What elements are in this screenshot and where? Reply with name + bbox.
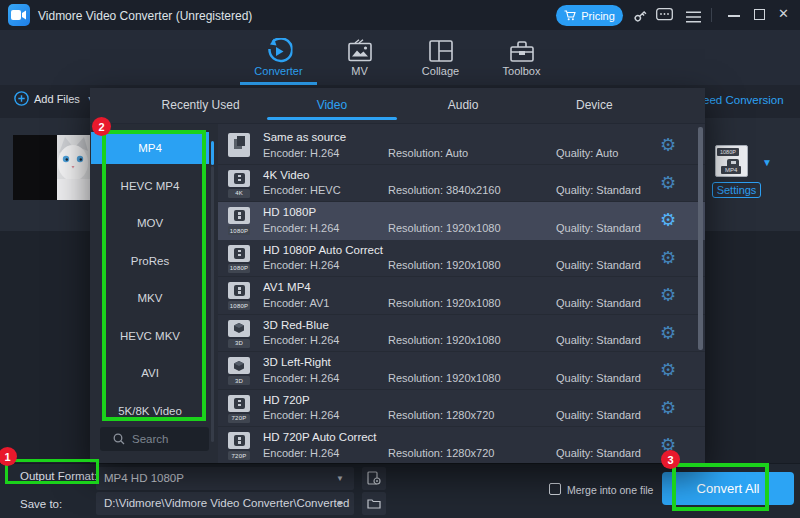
- gear-icon[interactable]: ⚙: [660, 134, 676, 156]
- format-type-icon: [228, 133, 250, 157]
- format-row-3d-left-right[interactable]: 3D3D Left-RightEncoder: H.264Resolution:…: [218, 352, 705, 390]
- pricing-button[interactable]: Pricing: [556, 5, 623, 26]
- titlebar-separator: [711, 8, 712, 22]
- format-resolution: Resolution: 1920x1080: [388, 334, 501, 346]
- popup-tab-device[interactable]: Device: [529, 88, 660, 123]
- menu-icon[interactable]: [686, 9, 701, 27]
- format-badge: 1080P: [228, 264, 250, 273]
- nav-tab-converter[interactable]: Converter: [238, 30, 319, 85]
- format-type-icon: [228, 207, 250, 224]
- format-quality: Quality: Standard: [556, 222, 641, 234]
- toolbox-icon: [509, 37, 534, 65]
- format-row-3d-red-blue[interactable]: 3D3D Red-BlueEncoder: H.264Resolution: 1…: [218, 315, 705, 353]
- annotation-step-3: 3: [661, 450, 680, 469]
- open-folder-button[interactable]: [362, 492, 386, 515]
- format-quality: Quality: Standard: [556, 372, 641, 384]
- format-row-same-as-source[interactable]: Same as sourceEncoder: H.264Resolution: …: [218, 127, 705, 165]
- gear-icon[interactable]: ⚙: [660, 322, 676, 344]
- gear-icon[interactable]: ⚙: [660, 284, 676, 306]
- format-encoder: Encoder: HEVC: [263, 184, 341, 196]
- profile-settings-button[interactable]: [362, 467, 386, 490]
- profile-dropdown-caret-icon[interactable]: ▼: [762, 157, 772, 168]
- popup-tab-audio[interactable]: Audio: [398, 88, 529, 123]
- nav-tab-label: Collage: [400, 65, 481, 77]
- nav-tab-toolbox[interactable]: Toolbox: [481, 30, 562, 85]
- search-icon: [113, 433, 125, 445]
- merge-checkbox[interactable]: [549, 483, 561, 495]
- save-to-label: Save to:: [20, 498, 62, 510]
- save-to-caret-icon: ▼: [336, 499, 344, 508]
- gear-icon[interactable]: ⚙: [660, 247, 676, 269]
- format-quality: Quality: Auto: [556, 147, 618, 159]
- format-type-icon: [228, 395, 250, 412]
- format-row-hd-720p[interactable]: 720PHD 720PEncoder: H.264Resolution: 128…: [218, 390, 705, 428]
- profile-settings-icon: [367, 471, 381, 486]
- gear-icon[interactable]: ⚙: [660, 172, 676, 194]
- close-button[interactable]: ✕: [778, 6, 789, 21]
- format-resolution: Resolution: 1920x1080: [388, 222, 501, 234]
- format-quality: Quality: Standard: [556, 259, 641, 271]
- app-window: Vidmore Video Converter (Unregistered) P…: [0, 0, 800, 518]
- register-key-icon[interactable]: [632, 7, 649, 28]
- video-thumbnail: [13, 135, 90, 200]
- format-row-av1-mp4[interactable]: 1080PAV1 MP4Encoder: AV1Resolution: 1920…: [218, 277, 705, 315]
- format-encoder: Encoder: H.264: [263, 409, 339, 421]
- format-list-scrollbar[interactable]: [698, 127, 703, 350]
- format-encoder: Encoder: H.264: [263, 259, 339, 271]
- nav-tab-label: Toolbox: [481, 65, 562, 77]
- output-profile-chip[interactable]: 1080P MP4: [715, 145, 748, 177]
- nav-bar: ConverterMVCollageToolbox: [0, 30, 800, 85]
- format-resolution: Resolution: 1920x1080: [388, 372, 501, 384]
- popup-tab-recently-used[interactable]: Recently Used: [135, 88, 266, 123]
- format-encoder: Encoder: H.264: [263, 222, 339, 234]
- nav-tab-mv[interactable]: MV: [319, 30, 400, 85]
- chip-resolution-label: 1080P: [717, 148, 739, 156]
- format-search-input[interactable]: Search: [100, 427, 209, 451]
- gear-icon[interactable]: ⚙: [660, 209, 676, 231]
- format-quality: Quality: Standard: [556, 297, 641, 309]
- format-row-hd-1080p-auto-correct[interactable]: 1080PHD 1080P Auto CorrectEncoder: H.264…: [218, 240, 705, 278]
- format-title: 4K Video: [263, 169, 309, 181]
- format-row-hd-1080p[interactable]: 1080PHD 1080PEncoder: H.264Resolution: 1…: [218, 202, 705, 240]
- add-files-button[interactable]: Add Files ▼: [14, 91, 94, 106]
- format-badge: 1080P: [228, 301, 250, 310]
- format-list: Same as sourceEncoder: H.264Resolution: …: [218, 124, 705, 463]
- nav-tab-label: MV: [319, 65, 400, 77]
- sidebar-scrollbar-thumb[interactable]: [211, 141, 215, 165]
- format-type-icon: [228, 320, 250, 337]
- minimize-button[interactable]: [728, 15, 740, 17]
- save-to-dropdown[interactable]: D:\Vidmore\Vidmore Video Converter\Conve…: [96, 492, 354, 515]
- merge-label: Merge into one file: [567, 484, 653, 496]
- title-bar: Vidmore Video Converter (Unregistered) P…: [0, 0, 800, 30]
- format-resolution: Resolution: 1920x1080: [388, 297, 501, 309]
- sidebar-scrollbar-track[interactable]: [211, 166, 215, 442]
- format-quality: Quality: Standard: [556, 447, 641, 459]
- format-encoder: Encoder: H.264: [263, 334, 339, 346]
- format-resolution: Resolution: 3840x2160: [388, 184, 501, 196]
- format-encoder: Encoder: H.264: [263, 147, 339, 159]
- converter-icon: [265, 37, 292, 65]
- format-encoder: Encoder: H.264: [263, 372, 339, 384]
- collage-icon: [429, 37, 453, 65]
- format-title: 3D Red-Blue: [263, 319, 329, 331]
- settings-button[interactable]: Settings: [712, 182, 761, 198]
- output-format-dropdown[interactable]: MP4 HD 1080P ▼: [96, 467, 354, 490]
- output-format-value: MP4 HD 1080P: [104, 472, 184, 484]
- feedback-icon[interactable]: [656, 8, 673, 26]
- format-encoder: Encoder: H.264: [263, 447, 339, 459]
- gear-icon[interactable]: ⚙: [660, 397, 676, 419]
- nav-tab-collage[interactable]: Collage: [400, 30, 481, 85]
- format-title: AV1 MP4: [263, 281, 311, 293]
- format-resolution: Resolution: Auto: [388, 147, 468, 159]
- popup-tab-video[interactable]: Video: [266, 88, 397, 123]
- add-files-label: Add Files: [34, 93, 80, 105]
- format-title: HD 720P Auto Correct: [263, 431, 377, 443]
- maximize-button[interactable]: [754, 9, 765, 20]
- pricing-label: Pricing: [581, 10, 615, 22]
- format-row-hd-720p-auto-correct[interactable]: 720PHD 720P Auto CorrectEncoder: H.264Re…: [218, 427, 705, 463]
- gear-icon[interactable]: ⚙: [660, 359, 676, 381]
- annotation-step-2: 2: [92, 117, 111, 136]
- add-icon: [14, 91, 29, 106]
- format-row-4k-video[interactable]: 4K4K VideoEncoder: HEVCResolution: 3840x…: [218, 165, 705, 203]
- search-placeholder: Search: [132, 433, 168, 445]
